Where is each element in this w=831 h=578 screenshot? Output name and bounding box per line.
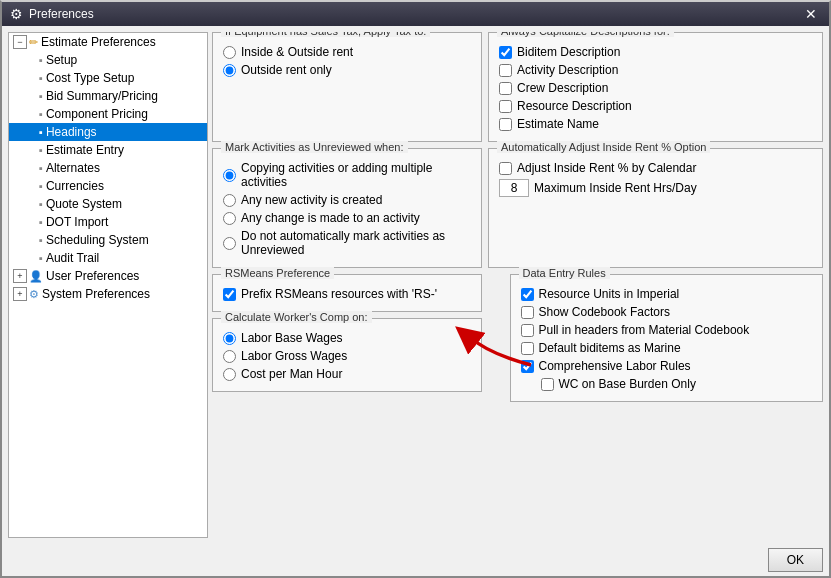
- tree-label-quote-system: Quote System: [46, 197, 122, 211]
- tree-item-component-pricing[interactable]: ▪ Component Pricing: [9, 105, 207, 123]
- tree-root-label: Estimate Preferences: [41, 35, 156, 49]
- doc-icon: ▪: [39, 234, 43, 246]
- de-check-1[interactable]: [521, 288, 534, 301]
- tree-item-estimate-entry[interactable]: ▪ Estimate Entry: [9, 141, 207, 159]
- de-option-6[interactable]: WC on Base Burden Only: [521, 375, 813, 393]
- adjrent-group-content: Adjust Inside Rent % by Calendar Maximum…: [499, 155, 812, 199]
- adjrent-calendar-check[interactable]: [499, 162, 512, 175]
- cap-option-3[interactable]: Crew Description: [499, 79, 812, 97]
- cap-check-2[interactable]: [499, 64, 512, 77]
- tree-item-quote-system[interactable]: ▪ Quote System: [9, 195, 207, 213]
- right-panel: If Equipment has Sales Tax, Apply Tax to…: [212, 32, 823, 538]
- gear-icon: ⚙: [29, 288, 39, 301]
- de-option-2[interactable]: Show Codebook Factors: [521, 303, 813, 321]
- unrev-radio-3[interactable]: [223, 212, 236, 225]
- tree-expand-root[interactable]: −: [13, 35, 27, 49]
- wc-radio-2[interactable]: [223, 350, 236, 363]
- tree-item-user-prefs[interactable]: + 👤 User Preferences: [9, 267, 207, 285]
- unrev-radio-1[interactable]: [223, 169, 236, 182]
- tree-label-bid-summary: Bid Summary/Pricing: [46, 89, 158, 103]
- wc-option-3[interactable]: Cost per Man Hour: [223, 365, 471, 383]
- tree-item-dot-import[interactable]: ▪ DOT Import: [9, 213, 207, 231]
- de-check-5[interactable]: [521, 360, 534, 373]
- unrev-option-4[interactable]: Do not automatically mark activities as …: [223, 227, 471, 259]
- tree-item-system-prefs[interactable]: + ⚙ System Preferences: [9, 285, 207, 303]
- left-col: RSMeans Preference Prefix RSMeans resour…: [212, 274, 504, 402]
- de-check-6[interactable]: [541, 378, 554, 391]
- cap-option-4[interactable]: Resource Description: [499, 97, 812, 115]
- tax-radio-1[interactable]: [223, 46, 236, 59]
- unrev-option-2[interactable]: Any new activity is created: [223, 191, 471, 209]
- tree-label-scheduling: Scheduling System: [46, 233, 149, 247]
- tree-item-audit-trail[interactable]: ▪ Audit Trail: [9, 249, 207, 267]
- cap-option-1[interactable]: Biditem Description: [499, 43, 812, 61]
- cap-option-2[interactable]: Activity Description: [499, 61, 812, 79]
- ok-button[interactable]: OK: [768, 548, 823, 572]
- tree-item-cost-type-setup[interactable]: ▪ Cost Type Setup: [9, 69, 207, 87]
- unreviewed-group-content: Copying activities or adding multiple ac…: [223, 155, 471, 259]
- de-check-4[interactable]: [521, 342, 534, 355]
- tax-group: If Equipment has Sales Tax, Apply Tax to…: [212, 32, 482, 142]
- cap-option-5[interactable]: Estimate Name: [499, 115, 812, 133]
- tree-item-bid-summary[interactable]: ▪ Bid Summary/Pricing: [9, 87, 207, 105]
- unrev-radio-4[interactable]: [223, 237, 236, 250]
- tree-item-scheduling[interactable]: ▪ Scheduling System: [9, 231, 207, 249]
- de-check-3[interactable]: [521, 324, 534, 337]
- doc-icon: ▪: [39, 252, 43, 264]
- cap-label-3: Crew Description: [517, 81, 608, 95]
- close-button[interactable]: ✕: [801, 7, 821, 21]
- tree-root-item[interactable]: − ✏ Estimate Preferences: [9, 33, 207, 51]
- cap-check-1[interactable]: [499, 46, 512, 59]
- tree-item-headings[interactable]: ▪ Headings: [9, 123, 207, 141]
- rsmeans-option-1[interactable]: Prefix RSMeans resources with 'RS-': [223, 285, 471, 303]
- window-title: Preferences: [29, 7, 94, 21]
- workcomp-group-content: Labor Base Wages Labor Gross Wages Cost …: [223, 325, 471, 383]
- wc-radio-1[interactable]: [223, 332, 236, 345]
- capitalize-group: Always Capitalize Descriptions for: Bidi…: [488, 32, 823, 142]
- dataentry-group: Data Entry Rules Resource Units in Imper…: [510, 274, 824, 402]
- capitalize-group-content: Biditem Description Activity Description…: [499, 39, 812, 133]
- adjrent-group-title: Automatically Adjust Inside Rent % Optio…: [497, 141, 710, 153]
- cap-check-3[interactable]: [499, 82, 512, 95]
- wc-radio-3[interactable]: [223, 368, 236, 381]
- unrev-option-1[interactable]: Copying activities or adding multiple ac…: [223, 159, 471, 191]
- left-tree-panel: − ✏ Estimate Preferences ▪ Setup ▪ Cost …: [8, 32, 208, 538]
- de-label-1: Resource Units in Imperial: [539, 287, 680, 301]
- wc-option-1[interactable]: Labor Base Wages: [223, 329, 471, 347]
- title-bar-left: ⚙ Preferences: [10, 6, 94, 22]
- de-label-2: Show Codebook Factors: [539, 305, 670, 319]
- unrev-label-3: Any change is made to an activity: [241, 211, 420, 225]
- window-icon: ⚙: [10, 6, 23, 22]
- tax-option-1[interactable]: Inside & Outside rent: [223, 43, 471, 61]
- tree-item-currencies[interactable]: ▪ Currencies: [9, 177, 207, 195]
- tax-group-title: If Equipment has Sales Tax, Apply Tax to…: [221, 32, 430, 37]
- de-option-5[interactable]: Comprehensive Labor Rules: [521, 357, 813, 375]
- unrev-label-1: Copying activities or adding multiple ac…: [241, 161, 471, 189]
- unrev-radio-2[interactable]: [223, 194, 236, 207]
- tree-label-user-prefs: User Preferences: [46, 269, 139, 283]
- tree-expand-system-prefs[interactable]: +: [13, 287, 27, 301]
- tree-item-alternates[interactable]: ▪ Alternates: [9, 159, 207, 177]
- de-option-4[interactable]: Default biditems as Marine: [521, 339, 813, 357]
- cap-label-2: Activity Description: [517, 63, 618, 77]
- dataentry-group-title: Data Entry Rules: [519, 267, 610, 279]
- workcomp-group: Calculate Worker's Comp on: Labor Base W…: [212, 318, 482, 392]
- cap-check-5[interactable]: [499, 118, 512, 131]
- tree-label-setup: Setup: [46, 53, 77, 67]
- de-option-1[interactable]: Resource Units in Imperial: [521, 285, 813, 303]
- tax-option-2[interactable]: Outside rent only: [223, 61, 471, 79]
- de-check-2[interactable]: [521, 306, 534, 319]
- tax-radio-2[interactable]: [223, 64, 236, 77]
- adjrent-check-option[interactable]: Adjust Inside Rent % by Calendar: [499, 159, 812, 177]
- rsmeans-check-1[interactable]: [223, 288, 236, 301]
- wc-option-2[interactable]: Labor Gross Wages: [223, 347, 471, 365]
- adjrent-maxhrs-input[interactable]: [499, 179, 529, 197]
- tree-expand-user-prefs[interactable]: +: [13, 269, 27, 283]
- preferences-window: ⚙ Preferences ✕ − ✏ Estimate Preferences…: [0, 0, 831, 578]
- tree-item-setup[interactable]: ▪ Setup: [9, 51, 207, 69]
- cap-check-4[interactable]: [499, 100, 512, 113]
- de-option-3[interactable]: Pull in headers from Material Codebook: [521, 321, 813, 339]
- unrev-option-3[interactable]: Any change is made to an activity: [223, 209, 471, 227]
- doc-icon: ▪: [39, 162, 43, 174]
- tree-label-headings: Headings: [46, 125, 97, 139]
